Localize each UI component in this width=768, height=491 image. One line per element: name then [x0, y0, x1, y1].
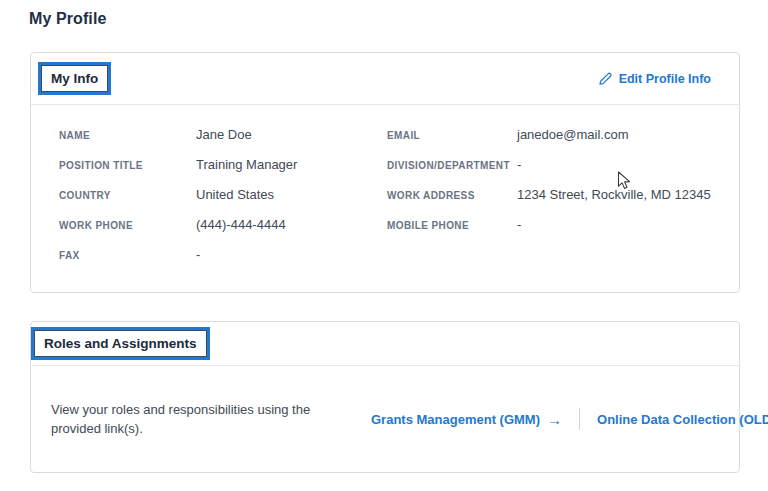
grants-management-gmm-link[interactable]: Grants Management (GMM) → — [371, 412, 562, 427]
page-title: My Profile — [0, 0, 768, 28]
field-value: 1234 Street, Rockville, MD 12345 — [517, 187, 711, 203]
field-position-title: POSITION TITLE Training Manager — [59, 157, 383, 174]
field-division-department: DIVISION/DEPARTMENT - — [387, 157, 711, 174]
edit-profile-info-link[interactable]: Edit Profile Info — [598, 72, 711, 86]
my-info-card-header: My Info Edit Profile Info — [31, 53, 739, 105]
right-arrow-icon: → — [547, 413, 562, 426]
field-label: NAME — [59, 128, 196, 144]
field-value: - — [517, 157, 521, 173]
my-info-heading: My Info — [41, 65, 108, 92]
field-country: COUNTRY United States — [59, 187, 383, 204]
field-label: POSITION TITLE — [59, 158, 196, 174]
field-label: WORK ADDRESS — [387, 188, 517, 204]
field-label: FAX — [59, 248, 196, 264]
my-info-left-column: NAME Jane Doe POSITION TITLE Training Ma… — [59, 127, 383, 264]
field-label: WORK PHONE — [59, 218, 196, 234]
field-value: - — [196, 247, 200, 263]
my-profile-page: My Profile My Info Edit Profile Info NAM… — [0, 0, 768, 491]
field-fax: FAX - — [59, 247, 383, 264]
field-label: COUNTRY — [59, 188, 196, 204]
field-value: Jane Doe — [196, 127, 252, 143]
roles-assignments-heading: Roles and Assignments — [34, 330, 207, 357]
roles-card-header: Roles and Assignments — [31, 322, 739, 366]
field-value: United States — [196, 187, 274, 203]
field-label: MOBILE PHONE — [387, 218, 517, 234]
grants-management-gmm-label: Grants Management (GMM) — [371, 412, 540, 427]
field-label: DIVISION/DEPARTMENT — [387, 158, 517, 174]
field-value: Training Manager — [196, 157, 297, 173]
roles-card-body: View your roles and responsibilities usi… — [31, 366, 739, 472]
field-value: (444)-444-4444 — [196, 217, 286, 233]
field-label: EMAIL — [387, 128, 517, 144]
edit-profile-info-label: Edit Profile Info — [619, 72, 711, 86]
online-data-collection-oldc-link[interactable]: Online Data Collection (OLDC) → — [597, 412, 768, 427]
field-mobile-phone: MOBILE PHONE - — [387, 217, 711, 234]
roles-assignments-card: Roles and Assignments View your roles an… — [30, 321, 740, 473]
link-divider — [579, 408, 580, 430]
roles-description: View your roles and responsibilities usi… — [51, 400, 351, 438]
field-work-address: WORK ADDRESS 1234 Street, Rockville, MD … — [387, 187, 711, 204]
my-info-card: My Info Edit Profile Info NAME Jane Doe … — [30, 52, 740, 293]
field-work-phone: WORK PHONE (444)-444-4444 — [59, 217, 383, 234]
field-value: - — [517, 217, 521, 233]
my-info-fields: NAME Jane Doe POSITION TITLE Training Ma… — [31, 105, 739, 292]
roles-links: Grants Management (GMM) → Online Data Co… — [371, 408, 768, 430]
online-data-collection-oldc-label: Online Data Collection (OLDC) — [597, 412, 768, 427]
field-email: EMAIL janedoe@mail.com — [387, 127, 711, 144]
field-value: janedoe@mail.com — [517, 127, 628, 143]
my-info-right-column: EMAIL janedoe@mail.com DIVISION/DEPARTME… — [387, 127, 711, 264]
field-name: NAME Jane Doe — [59, 127, 383, 144]
pencil-icon — [598, 72, 612, 86]
